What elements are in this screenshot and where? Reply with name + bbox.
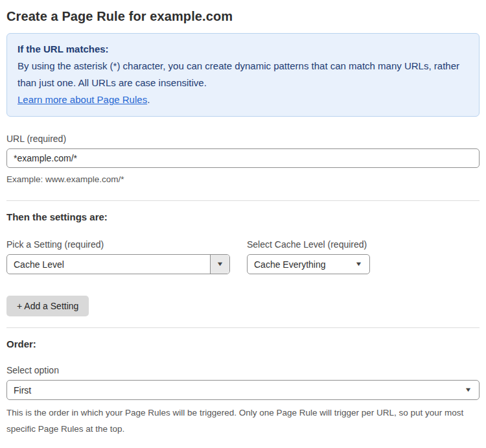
url-field-helper: Example: www.example.com/* [6, 172, 480, 187]
settings-heading: Then the settings are: [6, 211, 480, 222]
url-field-label: URL (required) [6, 134, 480, 144]
link-period: . [147, 94, 150, 105]
chevron-down-icon: ▼ [465, 387, 472, 393]
chevron-down-icon: ▼ [355, 261, 363, 267]
url-field-group: URL (required) Example: www.example.com/… [6, 134, 480, 187]
order-select-label: Select option [6, 365, 480, 375]
create-page-rule-form: Create a Page Rule for example.com If th… [0, 0, 486, 448]
info-box-body-text: By using the asterisk (*) character, you… [17, 60, 459, 88]
setting-picker-select[interactable]: Cache Level ▼ [6, 254, 230, 274]
order-heading: Order: [6, 338, 480, 349]
learn-more-link[interactable]: Learn more about Page Rules [17, 94, 147, 105]
order-section: Order: Select option First ▼ This is the… [6, 338, 480, 437]
settings-row: Pick a Setting (required) Cache Level ▼ … [6, 239, 480, 274]
cache-level-value: Cache Everything [254, 259, 326, 270]
divider [6, 327, 480, 328]
chevron-down-icon: ▼ [216, 261, 224, 267]
settings-section: Then the settings are: Pick a Setting (r… [6, 211, 480, 316]
url-input[interactable] [6, 148, 480, 168]
cache-level-label: Select Cache Level (required) [247, 239, 370, 250]
setting-picker-arrow-button[interactable]: ▼ [210, 255, 229, 274]
cache-level-group: Select Cache Level (required) Cache Ever… [247, 239, 370, 274]
cache-level-select[interactable]: Cache Everything ▼ [247, 254, 370, 274]
setting-picker-value: Cache Level [7, 255, 210, 274]
order-select[interactable]: First ▼ [6, 380, 480, 400]
setting-picker-label: Pick a Setting (required) [6, 239, 230, 250]
add-setting-wrap: + Add a Setting [6, 296, 480, 316]
add-setting-button[interactable]: + Add a Setting [6, 296, 89, 316]
info-box-body: By using the asterisk (*) character, you… [17, 58, 469, 108]
setting-picker-group: Pick a Setting (required) Cache Level ▼ [6, 239, 230, 274]
page-title: Create a Page Rule for example.com [6, 9, 480, 24]
info-box-heading: If the URL matches: [17, 41, 469, 58]
order-select-value: First [14, 385, 31, 395]
divider [6, 200, 480, 201]
url-match-info-box: If the URL matches: By using the asteris… [6, 33, 480, 117]
order-helper: This is the order in which your Page Rul… [6, 405, 480, 437]
